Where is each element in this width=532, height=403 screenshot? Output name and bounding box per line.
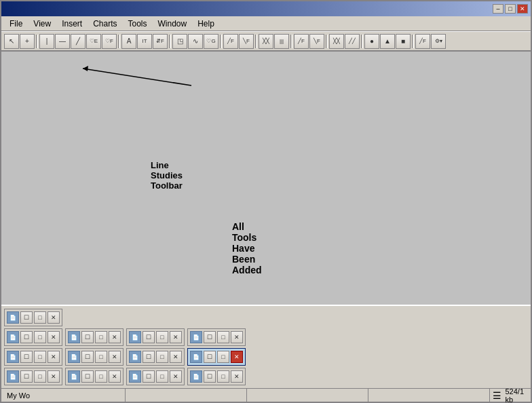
task-group-1-1: 📄 ☐ □ ✕ (4, 309, 62, 326)
task-restore-btn[interactable]: ☐ (81, 331, 94, 343)
toolg-btn[interactable]: ╱F (294, 34, 309, 49)
status-bar: My Wo ☰ 524/1 kb (1, 388, 531, 402)
toolbar-sep2 (118, 35, 120, 48)
task-close-btn[interactable]: ✕ (48, 370, 60, 383)
toolm-btn[interactable]: ╱F (415, 34, 430, 49)
task-restore-btn[interactable]: ☐ (20, 351, 33, 363)
svg-marker-1 (83, 66, 88, 71)
cursor-tool-btn[interactable]: ↖ (4, 34, 19, 49)
task-restore-btn[interactable]: ☐ (20, 331, 33, 343)
task-close-btn[interactable]: ✕ (170, 351, 182, 363)
ellipse-btn[interactable]: ● (364, 34, 379, 49)
task-close-btn[interactable]: ✕ (109, 370, 121, 383)
task-group-3-1: 📄 ☐ □ ✕ (4, 348, 62, 366)
task-restore-btn[interactable]: ☐ (20, 311, 33, 324)
task-restore-btn[interactable]: ☐ (81, 370, 94, 383)
toolh-btn[interactable]: ╲F (309, 34, 324, 49)
task-minimize-btn[interactable]: □ (156, 370, 168, 383)
toolbar-sep5 (255, 35, 257, 48)
task-restore-btn[interactable]: ☐ (20, 370, 33, 383)
menu-help[interactable]: Help (192, 18, 220, 30)
task-icon: 📄 (68, 370, 80, 383)
rectangle-btn[interactable]: ■ (396, 34, 411, 49)
task-minimize-btn[interactable]: □ (217, 370, 229, 383)
task-restore-btn[interactable]: ☐ (204, 370, 216, 383)
trend-line-btn[interactable]: ╱ (71, 34, 86, 49)
maximize-button[interactable]: □ (505, 4, 516, 14)
close-button[interactable]: ✕ (517, 4, 528, 14)
task-icon: 📄 (190, 370, 202, 383)
toolj-btn[interactable]: ╱╱ (345, 34, 360, 49)
task-restore-btn[interactable]: ☐ (142, 370, 155, 383)
settings-dropdown-btn[interactable]: ⚙▾ (431, 34, 446, 49)
toolc-btn[interactable]: ♡G (204, 34, 218, 49)
task-close-btn[interactable]: ✕ (170, 331, 182, 343)
menu-window[interactable]: Window (153, 18, 193, 30)
triangle-shape-btn[interactable]: ▲ (380, 34, 395, 49)
main-window: – □ ✕ File View Insert Charts Tools Wind… (0, 0, 532, 403)
task-minimize-btn[interactable]: □ (95, 331, 107, 343)
menu-bar: File View Insert Charts Tools Window Hel… (1, 16, 531, 31)
task-restore-btn[interactable]: ☐ (142, 331, 155, 343)
tool1-btn[interactable]: ♡E (86, 34, 101, 49)
task-icon: 📄 (129, 370, 141, 383)
task-minimize-btn[interactable]: □ (156, 351, 168, 363)
toole-btn[interactable]: ╲F (239, 34, 254, 49)
horizontal-line-btn[interactable]: — (55, 34, 70, 49)
toolbar-sep7 (326, 35, 328, 48)
task-close-btn[interactable]: ✕ (48, 311, 60, 324)
task-icon: 📄 (7, 370, 19, 383)
triangle-btn[interactable]: ◳ (172, 34, 187, 49)
crosshair-btn[interactable]: + (20, 34, 35, 49)
task-restore-btn[interactable]: ☐ (204, 331, 216, 343)
task-close-btn[interactable]: ✕ (109, 351, 121, 363)
task-minimize-btn[interactable]: □ (34, 311, 46, 324)
toolbar-sep4 (220, 35, 222, 48)
task-group-4-2: 📄 ☐ □ ✕ (65, 368, 124, 385)
vertical-line-btn[interactable]: | (39, 34, 54, 49)
task-close-btn[interactable]: ✕ (48, 331, 60, 343)
task-icon: 📄 (129, 351, 141, 363)
menu-tools[interactable]: Tools (123, 18, 153, 30)
menu-charts[interactable]: Charts (88, 18, 122, 30)
task-minimize-btn[interactable]: □ (156, 331, 168, 343)
task-close-btn[interactable]: ✕ (231, 331, 243, 343)
grid-btn[interactable]: ╳╳ (259, 34, 273, 49)
taskbar-row-2: 📄 ☐ □ ✕ 📄 ☐ □ ✕ 📄 ☐ □ ✕ 📄 ☐ □ ✕ (4, 328, 528, 346)
task-minimize-btn[interactable]: □ (34, 331, 46, 343)
task-restore-btn[interactable]: ☐ (81, 351, 94, 363)
toolb-btn[interactable]: ⇵F (153, 34, 168, 49)
menu-file[interactable]: File (4, 18, 28, 30)
task-minimize-btn[interactable]: □ (217, 331, 229, 343)
task-close-btn[interactable]: ✕ (48, 351, 60, 363)
tooli-btn[interactable]: ╳╳ (329, 34, 344, 49)
menu-insert[interactable]: Insert (56, 18, 88, 30)
task-group-3-3: 📄 ☐ □ ✕ (126, 348, 185, 366)
task-restore-btn[interactable]: ☐ (142, 351, 155, 363)
toolf-btn[interactable]: ||| (274, 34, 289, 49)
status-right: ☰ 524/1 kb (490, 389, 529, 402)
task-restore-btn[interactable]: ☐ (204, 351, 216, 363)
task-close-btn[interactable]: ✕ (109, 331, 121, 343)
menu-view[interactable]: View (28, 18, 56, 30)
wave-btn[interactable]: ∿ (188, 34, 203, 49)
status-empty1 (126, 389, 247, 402)
task-minimize-btn[interactable]: □ (34, 370, 46, 383)
taskbar-row-3: 📄 ☐ □ ✕ 📄 ☐ □ ✕ 📄 ☐ □ ✕ 📄 ☐ □ ✕ (4, 348, 528, 366)
toold-btn[interactable]: ╱F (223, 34, 238, 49)
task-minimize-btn[interactable]: □ (95, 370, 107, 383)
task-minimize-btn[interactable]: □ (34, 351, 46, 363)
task-icon: 📄 (68, 351, 80, 363)
minimize-button[interactable]: – (493, 4, 504, 14)
line-studies-toolbar: ↖ + | — ╱ ♡E ♡F A IT ⇵F ◳ ∿ ♡G ╱F ╲F ╳╳ … (1, 31, 531, 52)
task-close-btn[interactable]: ✕ (170, 370, 182, 383)
toola-btn[interactable]: IT (137, 34, 152, 49)
task-minimize-btn[interactable]: □ (217, 351, 229, 363)
task-group-4-1: 📄 ☐ □ ✕ (4, 368, 62, 385)
task-minimize-btn[interactable]: □ (95, 351, 107, 363)
text-btn[interactable]: A (121, 34, 136, 49)
task-group-3-4: 📄 ☐ □ ✕ (187, 348, 246, 366)
tool2-btn[interactable]: ♡F (102, 34, 117, 49)
task-close-btn-red[interactable]: ✕ (231, 351, 243, 363)
task-close-btn[interactable]: ✕ (231, 370, 243, 383)
